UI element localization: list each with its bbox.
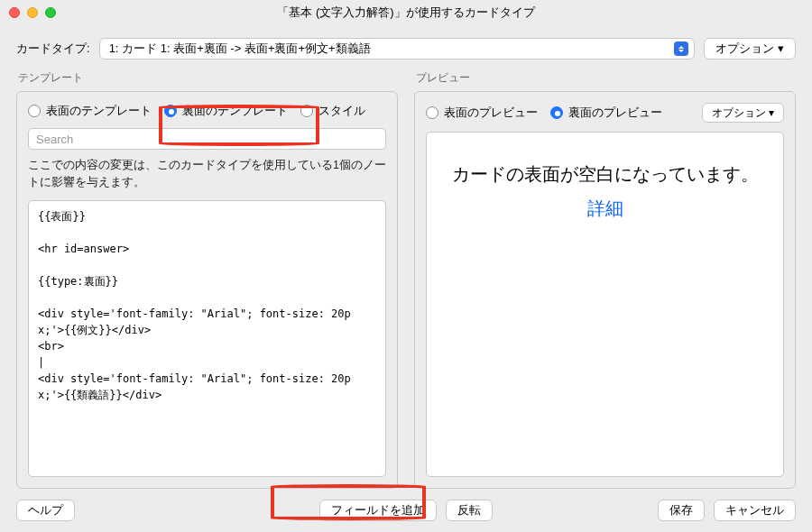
close-icon[interactable] (9, 7, 20, 18)
flip-button[interactable]: 反転 (446, 500, 493, 521)
content: カードタイプ: 1: カード 1: 表面+裏面 -> 表面+裏面+例文+類義語 … (0, 25, 812, 489)
radio-back-template[interactable]: 裏面のテンプレート (164, 103, 288, 119)
help-button[interactable]: ヘルプ (16, 500, 75, 521)
preview-group: 表面のプレビュー 裏面のプレビュー オプション ▾ カードの表面が空白になってい… (414, 91, 796, 489)
radio-icon (300, 105, 313, 117)
radio-front-template[interactable]: 表面のテンプレート (28, 103, 152, 119)
chevron-updown-icon (674, 41, 688, 56)
radio-back-preview-label: 裏面のプレビュー (568, 105, 662, 121)
template-hint: ここでの内容の変更は、このカードタイプを使用している1個のノートに影響を与えます… (28, 157, 386, 191)
cancel-button[interactable]: キャンセル (714, 500, 796, 521)
radio-icon (550, 106, 563, 119)
traffic-lights (9, 7, 56, 18)
titlebar: 「基本 (文字入力解答)」が使用するカードタイプ (0, 0, 812, 25)
card-type-selected: 1: カード 1: 表面+裏面 -> 表面+裏面+例文+類義語 (109, 41, 675, 57)
preview-pane: カードの表面が空白になっています。 詳細 (426, 132, 784, 477)
card-type-select[interactable]: 1: カード 1: 表面+裏面 -> 表面+裏面+例文+類義語 (99, 38, 696, 60)
card-type-row: カードタイプ: 1: カード 1: 表面+裏面 -> 表面+裏面+例文+類義語 … (16, 38, 796, 60)
search-input[interactable]: Search (28, 128, 386, 150)
options-button[interactable]: オプション ▾ (704, 38, 796, 60)
preview-message: カードの表面が空白になっています。 (452, 160, 759, 188)
radio-icon (164, 105, 177, 117)
footer-center: フィールドを追加 反転 (319, 500, 493, 521)
template-group-label: テンプレート (18, 70, 398, 86)
radio-front-preview[interactable]: 表面のプレビュー (426, 105, 538, 121)
radio-icon (28, 105, 41, 117)
card-type-label: カードタイプ: (16, 41, 90, 57)
footer: ヘルプ フィールドを追加 反転 保存 キャンセル (0, 489, 812, 532)
radio-front-preview-label: 表面のプレビュー (444, 105, 538, 121)
template-group: 表面のテンプレート 裏面のテンプレート スタイル Search (16, 91, 398, 489)
window-title: 「基本 (文字入力解答)」が使用するカードタイプ (0, 5, 812, 21)
radio-back-preview[interactable]: 裏面のプレビュー (550, 105, 662, 121)
preview-group-label: プレビュー (416, 70, 796, 86)
window: 「基本 (文字入力解答)」が使用するカードタイプ カードタイプ: 1: カード … (0, 0, 812, 532)
radio-style-label: スタイル (318, 103, 365, 119)
preview-options-button[interactable]: オプション ▾ (702, 103, 784, 123)
radio-icon (426, 106, 438, 119)
footer-right: 保存 キャンセル (658, 500, 796, 521)
minimize-icon[interactable] (27, 7, 38, 18)
radio-front-template-label: 表面のテンプレート (46, 103, 152, 119)
search-placeholder: Search (36, 133, 73, 146)
preview-column: プレビュー 表面のプレビュー 裏面のプレビュー オプション ▾ (414, 70, 796, 489)
editor-code: {{表面}} <hr id=answer> {{type:裏面}} <div s… (38, 210, 351, 401)
save-button[interactable]: 保存 (658, 500, 705, 521)
radio-back-template-label: 裏面のテンプレート (182, 103, 288, 119)
columns: テンプレート 表面のテンプレート 裏面のテンプレート (16, 70, 796, 489)
preview-details-link[interactable]: 詳細 (587, 194, 623, 223)
radio-style[interactable]: スタイル (300, 103, 365, 119)
preview-radio-row: 表面のプレビュー 裏面のプレビュー オプション ▾ (426, 103, 784, 123)
zoom-icon[interactable] (45, 7, 56, 18)
template-editor[interactable]: {{表面}} <hr id=answer> {{type:裏面}} <div s… (28, 200, 386, 478)
template-column: テンプレート 表面のテンプレート 裏面のテンプレート (16, 70, 398, 489)
add-field-button[interactable]: フィールドを追加 (319, 500, 437, 521)
template-radio-row: 表面のテンプレート 裏面のテンプレート スタイル (28, 103, 386, 119)
